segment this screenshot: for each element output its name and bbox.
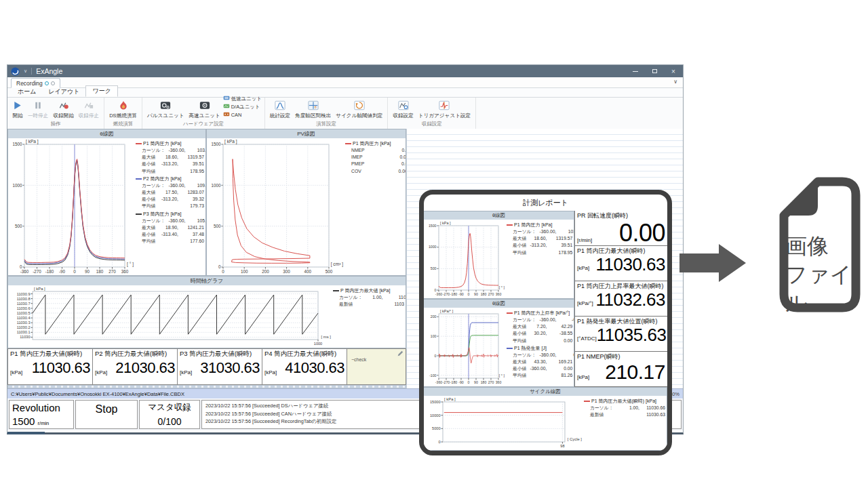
svg-text:200: 200	[431, 314, 437, 319]
svg-text:270: 270	[108, 269, 116, 274]
legend-series-name: P 筒内圧力最大値 [kPa]	[333, 287, 404, 294]
svg-text:11030.2: 11030.2	[17, 325, 31, 329]
pulse-unit-button[interactable]: パルスユニット	[145, 100, 186, 120]
chart-legend: P1 筒内圧力最大値(瞬時) [kPa]カーソル：1.00,11030.66最新…	[583, 396, 667, 450]
legend-stat-y: 39.51	[178, 161, 204, 167]
pencil-icon[interactable]	[397, 350, 403, 357]
legend-stat-row: 平均値0.00	[507, 338, 572, 344]
svg-text:500: 500	[15, 224, 22, 228]
legend-stat-label: 最大値	[136, 154, 155, 161]
ribbon-button-label: 開始	[12, 113, 22, 119]
quick-access-chevron-icon[interactable]: ∨	[24, 68, 27, 74]
legend-stat-label: 最小値	[507, 242, 526, 249]
svg-text:270: 270	[488, 380, 494, 384]
ribbon-group: 収録設定トリガアジャスト設定収録設定	[388, 98, 476, 129]
report-theta-chart[interactable]: 050010001500-360-270-180-90090180270360[…	[424, 220, 505, 298]
svg-text:300: 300	[283, 269, 290, 274]
doc-tab-label: Recording	[16, 80, 43, 87]
ribbon-group-label: ハードウェア設定	[145, 120, 262, 128]
report-rate-chart[interactable]: -1000100200-360-270-180-90090180270360[ …	[424, 308, 505, 386]
ribbon-group-buttons: DS燃焼演算	[107, 98, 139, 120]
svg-text:-90: -90	[458, 380, 464, 384]
metric-value-row: [kPa]21030.63	[95, 359, 175, 378]
svg-text:11030.4: 11030.4	[17, 316, 31, 320]
legend-stat-y: 169.21	[547, 359, 572, 365]
svg-text:0: 0	[73, 269, 76, 274]
ribbon-button-label: 統計設定	[270, 113, 290, 119]
svg-text:[ kPa ]: [ kPa ]	[444, 397, 456, 401]
status-ring-icon	[45, 81, 49, 85]
svg-text:0: 0	[438, 440, 440, 444]
theta-chart[interactable]: 050010001500-360-270-180-90090180270360[…	[8, 138, 134, 275]
svg-text:180: 180	[96, 269, 104, 274]
annotation-arrow-icon	[679, 241, 747, 285]
legend-stat-y: -38.55	[547, 330, 572, 337]
legend-stat-y: 1103	[378, 301, 404, 308]
recording-settings-button[interactable]: 収録設定	[391, 100, 415, 120]
panel-header: θ線図	[8, 129, 205, 138]
pv-chart[interactable]: 0500100015000100200300400500[ kPa ][ cm³…	[207, 138, 344, 275]
ribbon-group: パルスユニット高速ユニット低速ユニットD/AユニットCANハードウェア設定	[142, 98, 265, 129]
ribbon-group: 開始一時停止収録開始収録停止操作	[7, 98, 104, 129]
cycle-chart[interactable]: 05000100001500098[ kPa ][ Cycle ]	[424, 396, 583, 450]
svg-text:11030.9: 11030.9	[17, 292, 31, 296]
legend-stat-y: 0.00	[385, 147, 406, 154]
trigger-adjust-button[interactable]: トリガアジャスト設定	[416, 100, 473, 120]
record-start-button[interactable]: 収録開始	[51, 100, 75, 120]
legend-stat-label: 平均値	[507, 372, 526, 379]
legend-stat-row: カーソル：1.00,1103	[333, 294, 404, 301]
svg-text:90: 90	[474, 292, 478, 296]
legend-stat-row: カーソル：-360.00,109.28	[136, 182, 204, 189]
cycle-threshold-button[interactable]: サイクル軸閾値判定	[334, 100, 384, 120]
ribbon-tab-レイアウト[interactable]: レイアウト	[42, 87, 85, 97]
metric-tile: P2 筒内圧力最大値(瞬時)[kPa]21030.63	[92, 348, 177, 385]
ribbon-tab-ホーム[interactable]: ホーム	[12, 87, 42, 97]
close-tab-icon[interactable]	[51, 81, 55, 85]
tabstrip-chevron-icon[interactable]: ∨	[673, 79, 677, 85]
readout-value-row: [kPa/°]11032.63	[577, 291, 665, 309]
legend-stat-y: 109.28	[185, 182, 205, 189]
angle-section-detect-button[interactable]: θ角度軸区間検出	[293, 100, 333, 120]
svg-text:[ ° ]: [ ° ]	[499, 285, 505, 289]
workspace: θ線図 050010001500-360-270-180-90090180270…	[7, 129, 683, 388]
svg-text:15000: 15000	[430, 400, 441, 404]
statistics-settings-button[interactable]: 統計設定	[268, 100, 292, 120]
low-speed-unit-button[interactable]: 低速ユニット	[223, 95, 262, 103]
legend-series-mark	[584, 401, 590, 402]
legend-stat-row: 最大値7.20,42.29	[507, 323, 572, 330]
window-title: ExAngle	[36, 67, 62, 75]
report-readout: PR 回転速度(瞬時)[r/min]0.00	[575, 211, 667, 246]
can-button[interactable]: CAN	[223, 111, 262, 119]
legend-stat-x	[358, 301, 378, 308]
time-chart[interactable]: 1103011030.111030.211030.311030.411030.5…	[8, 285, 332, 348]
svg-text:-90: -90	[458, 292, 464, 296]
maximize-button[interactable]	[645, 65, 664, 77]
revolution-box: Revolution 1500 r/min	[9, 400, 74, 429]
da-unit-icon	[223, 103, 230, 111]
minimize-button[interactable]	[626, 65, 645, 77]
play-icon	[12, 100, 23, 113]
start-button[interactable]: 開始	[10, 100, 25, 120]
ds-combustion-button[interactable]: DS燃焼演算	[107, 100, 139, 120]
ribbon-group-label: 収録設定	[391, 120, 473, 128]
legend-stat-label: 最小値	[136, 196, 155, 203]
legend-stat-y: 0.00	[547, 338, 572, 344]
svg-text:-360: -360	[435, 380, 442, 384]
svg-text:500: 500	[326, 269, 333, 274]
close-button[interactable]: ×	[664, 65, 683, 77]
svg-text:[ ° ]: [ ° ]	[499, 373, 505, 378]
legend-stat-label: カーソル：	[507, 317, 536, 323]
legend-stat-row: 最小値-313.20,39.32	[136, 196, 204, 203]
legend-stat-row: 平均値177.60	[136, 238, 204, 245]
da-unit-button[interactable]: D/Aユニット	[223, 103, 262, 111]
svg-text:11030.3: 11030.3	[17, 321, 31, 325]
svg-text:[ ms ]: [ ms ]	[321, 335, 332, 339]
readout-number: 11032.63	[593, 291, 665, 309]
metric-number: 31030.63	[192, 359, 260, 378]
chart-legend: P1 筒内圧力 [kPa]カーソル：-360.00,103.81最大値18.60…	[505, 220, 574, 298]
cycle-chart-panel: サイクル線図 05000100001500098[ kPa ][ Cycle ]…	[424, 387, 667, 451]
svg-text:11030.5: 11030.5	[17, 311, 31, 315]
highspeed-unit-icon	[199, 100, 210, 113]
ribbon-tab-ワーク[interactable]: ワーク	[85, 85, 117, 97]
high-speed-unit-button[interactable]: 高速ユニット	[186, 100, 222, 120]
